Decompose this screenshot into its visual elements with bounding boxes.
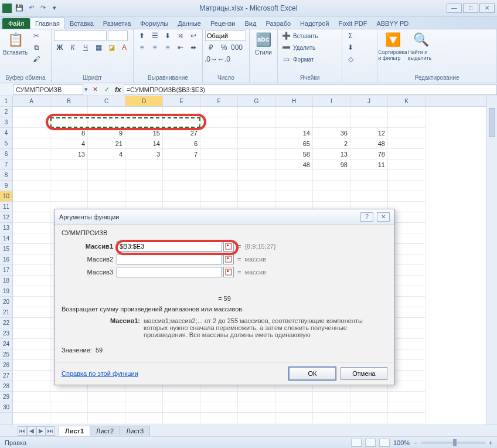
cell-H4[interactable]: 65 xyxy=(275,138,313,149)
cell-B7[interactable] xyxy=(50,170,88,181)
row-header-1[interactable]: 1 xyxy=(0,96,12,107)
cell-G7[interactable] xyxy=(238,170,275,181)
formula-input[interactable]: =СУММПРОИЗВ($B3:$E3) xyxy=(124,84,497,95)
cell-E30[interactable] xyxy=(163,413,200,423)
cell-I8[interactable] xyxy=(313,181,350,191)
qat-dropdown-icon[interactable]: ▾ xyxy=(49,3,60,13)
format-cells-label[interactable]: Формат xyxy=(293,54,314,65)
insert-cells-label[interactable]: Вставить xyxy=(293,30,318,41)
col-header-H[interactable]: H xyxy=(275,96,313,106)
cell-A25[interactable] xyxy=(13,360,50,371)
row-header-3[interactable]: 3 xyxy=(0,117,12,128)
cell-B3[interactable]: 8 xyxy=(50,128,88,138)
cell-K3[interactable] xyxy=(388,128,425,138)
border-icon[interactable]: ▦ xyxy=(93,42,104,53)
align-left-icon[interactable]: ≡ xyxy=(136,42,148,53)
row-header-10[interactable]: 10 xyxy=(0,191,12,202)
cell-J28[interactable] xyxy=(350,392,388,402)
cell-I4[interactable]: 2 xyxy=(313,138,350,149)
cell-A12[interactable] xyxy=(13,223,50,233)
cell-J2[interactable] xyxy=(350,117,388,128)
cell-J9[interactable] xyxy=(350,191,388,202)
cell-H30[interactable] xyxy=(275,413,313,423)
save-icon[interactable]: 💾 xyxy=(14,3,25,13)
align-center-icon[interactable]: ≡ xyxy=(149,42,161,53)
cell-B8[interactable] xyxy=(50,181,88,191)
cell-I6[interactable]: 98 xyxy=(313,159,350,170)
row-header-15[interactable]: 15 xyxy=(0,244,12,254)
cell-H6[interactable]: 48 xyxy=(275,159,313,170)
row-header-17[interactable]: 17 xyxy=(0,265,12,276)
cell-A18[interactable] xyxy=(13,286,50,297)
decrease-decimal-icon[interactable]: ←.0 xyxy=(218,54,230,65)
cell-A10[interactable] xyxy=(13,202,50,212)
cell-F29[interactable] xyxy=(200,402,238,413)
sheet-nav-next-icon[interactable]: ▶ xyxy=(36,426,46,436)
arg-input-1[interactable] xyxy=(117,254,222,264)
cell-K29[interactable] xyxy=(388,402,425,413)
row-header-16[interactable]: 16 xyxy=(0,254,12,265)
row-header-4[interactable]: 4 xyxy=(0,128,12,138)
cell-A20[interactable] xyxy=(13,307,50,318)
arg-input-0[interactable] xyxy=(117,241,222,252)
cell-C1[interactable] xyxy=(88,107,125,117)
cell-A27[interactable] xyxy=(13,381,50,392)
cell-K1[interactable] xyxy=(388,107,425,117)
sort-filter-button[interactable]: 🔽 Сортировка и фильтр xyxy=(380,30,406,61)
cell-I2[interactable] xyxy=(313,117,350,128)
formula-cancel-icon[interactable]: ✕ xyxy=(89,84,101,95)
cell-D30[interactable] xyxy=(125,413,163,423)
font-name[interactable] xyxy=(54,30,107,41)
cell-C3[interactable]: 9 xyxy=(88,128,125,138)
cell-A29[interactable] xyxy=(13,402,50,413)
cell-G9[interactable] xyxy=(238,191,275,202)
file-tab[interactable]: Файл xyxy=(2,18,30,29)
italic-icon[interactable]: К xyxy=(67,42,79,53)
insert-cells-icon[interactable]: ➕ xyxy=(280,30,292,41)
cell-B28[interactable] xyxy=(50,392,88,402)
merge-icon[interactable]: ⬌ xyxy=(188,42,199,53)
cell-A4[interactable] xyxy=(13,138,50,149)
col-header-B[interactable]: B xyxy=(50,96,88,106)
fx-icon[interactable]: fx xyxy=(115,86,121,94)
cell-H1[interactable] xyxy=(275,107,313,117)
cell-K7[interactable] xyxy=(388,170,425,181)
cell-D29[interactable] xyxy=(125,402,163,413)
cell-E28[interactable] xyxy=(163,392,200,402)
row-header-19[interactable]: 19 xyxy=(0,286,12,297)
styles-button[interactable]: 🔤 Стили xyxy=(252,30,275,56)
cell-I9[interactable] xyxy=(313,191,350,202)
cell-J3[interactable]: 12 xyxy=(350,128,388,138)
cell-G29[interactable] xyxy=(238,402,275,413)
cell-F28[interactable] xyxy=(200,392,238,402)
currency-icon[interactable]: ₽ xyxy=(205,42,217,53)
indent-dec-icon[interactable]: ⇤ xyxy=(175,42,186,53)
dialog-close-icon[interactable]: ✕ xyxy=(377,212,390,222)
cell-C5[interactable]: 4 xyxy=(88,149,125,159)
cell-A24[interactable] xyxy=(13,349,50,360)
cell-K30[interactable] xyxy=(388,413,425,423)
tab-review[interactable]: Рецензи xyxy=(206,18,240,29)
range-select-icon-0[interactable] xyxy=(223,241,234,252)
number-format-select[interactable] xyxy=(205,30,246,41)
view-normal-icon[interactable] xyxy=(351,439,362,447)
cell-A15[interactable] xyxy=(13,254,50,265)
font-size[interactable] xyxy=(108,30,128,41)
row-header-8[interactable]: 8 xyxy=(0,170,12,181)
cell-H29[interactable] xyxy=(275,402,313,413)
tab-layout[interactable]: Разметка xyxy=(98,18,136,29)
cell-H2[interactable] xyxy=(275,117,313,128)
view-pagebreak-icon[interactable] xyxy=(379,439,390,447)
cell-A9[interactable] xyxy=(13,191,50,202)
cell-B30[interactable] xyxy=(50,413,88,423)
row-header-27[interactable]: 27 xyxy=(0,371,12,381)
cell-B4[interactable]: 4 xyxy=(50,138,88,149)
sheet-nav-first-icon[interactable]: ⏮ xyxy=(18,426,27,436)
cell-A17[interactable] xyxy=(13,276,50,286)
cell-E9[interactable] xyxy=(163,191,200,202)
cell-J29[interactable] xyxy=(350,402,388,413)
tab-addins[interactable]: Надстрой xyxy=(295,18,333,29)
delete-cells-label[interactable]: Удалить xyxy=(293,42,315,53)
cell-A3[interactable] xyxy=(13,128,50,138)
tab-home[interactable]: Главная xyxy=(30,18,65,29)
